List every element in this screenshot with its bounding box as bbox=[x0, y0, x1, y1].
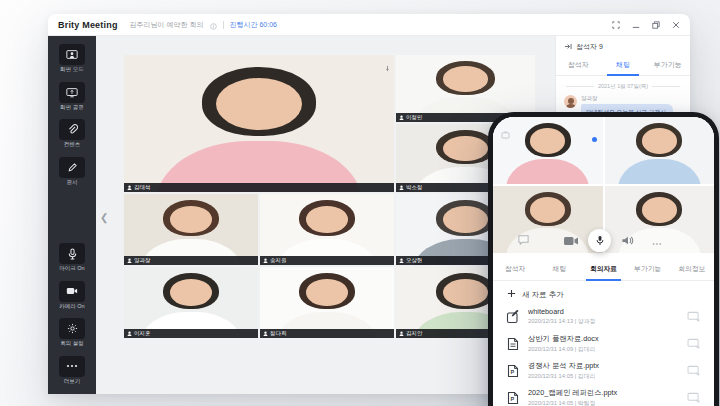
toolbar-item-mic[interactable]: 마이크 On bbox=[59, 243, 85, 272]
file-row[interactable]: P 2020_캠페인 레퍼런스.pptx 2020/12/31 14:05 | … bbox=[493, 384, 714, 406]
person-icon bbox=[399, 115, 404, 120]
file-row[interactable]: whiteboard 2020/12/31 14:13 | 양과장 bbox=[493, 303, 714, 330]
person-icon bbox=[263, 331, 268, 336]
participant-avatar bbox=[124, 194, 258, 265]
share-to-screen-icon[interactable] bbox=[687, 308, 701, 326]
tab-chat[interactable]: 채팅 bbox=[537, 257, 581, 280]
meeting-title: 김주리님이 예약한 회의 bbox=[130, 20, 204, 30]
participant-namebar: 송지원 bbox=[260, 256, 394, 265]
svg-text:P: P bbox=[511, 396, 515, 402]
toolbar-item-screen-share[interactable]: 화면 공유 bbox=[59, 82, 85, 111]
tab-meeting-materials[interactable]: 회의자료 bbox=[581, 257, 625, 280]
participant-name: 양과장 bbox=[134, 257, 151, 264]
file-meta: 2020/12/31 14:05 | 김대리 bbox=[528, 372, 679, 381]
toolbar-item-label: 회의 설정 bbox=[60, 341, 84, 347]
tab-meeting-info[interactable]: 회의정보 bbox=[670, 257, 714, 280]
share-to-screen-icon[interactable] bbox=[687, 389, 701, 406]
video-grid: 김태석 이정민 박소정 bbox=[124, 55, 535, 338]
attendee-count: 참석자 9 bbox=[576, 42, 603, 52]
chevron-left-icon[interactable]: ❮ bbox=[100, 212, 108, 223]
mic-icon[interactable] bbox=[588, 229, 611, 252]
toolbar-item-contents[interactable]: 컨텐츠 bbox=[59, 119, 85, 148]
gear-icon bbox=[59, 318, 85, 339]
toolbar-top-group: 화면 모드 화면 공유 컨텐츠 판서 bbox=[48, 44, 96, 185]
file-row[interactable]: 상반기 플랜자료.docx 2020/12/31 14:09 | 김대리 bbox=[493, 330, 714, 357]
participant-namebar: 정다희 bbox=[260, 329, 394, 338]
file-title: whiteboard bbox=[528, 307, 679, 316]
app-title: Brity Meeting bbox=[58, 20, 118, 30]
toolbar-item-label: 카메라 On bbox=[59, 304, 84, 310]
panel-header: 참석자 9 bbox=[556, 36, 690, 56]
screen-share-icon bbox=[59, 82, 85, 103]
chat-date-divider: 2021년 1월 07일(목) bbox=[566, 83, 680, 90]
camera-icon bbox=[59, 281, 85, 302]
toolbar-item-screen-mode[interactable]: 화면 모드 bbox=[59, 44, 85, 73]
participant-name: 박소정 bbox=[406, 184, 423, 191]
more-icon[interactable] bbox=[652, 232, 662, 250]
close-icon[interactable] bbox=[672, 21, 680, 29]
participant-name: 송지원 bbox=[270, 257, 287, 264]
person-icon bbox=[263, 258, 268, 263]
svg-text:P: P bbox=[511, 369, 515, 375]
collapse-panel-icon[interactable] bbox=[564, 43, 572, 51]
video-tile[interactable]: 정다희 bbox=[260, 267, 394, 338]
toolbar-item-settings[interactable]: 회의 설정 bbox=[59, 318, 85, 347]
video-tile[interactable]: 송지원 bbox=[260, 194, 394, 265]
participant-avatar bbox=[605, 117, 715, 184]
participant-avatar bbox=[260, 194, 394, 265]
video-tile[interactable] bbox=[493, 117, 603, 184]
toolbar-bottom-group: 마이크 On 카메라 On 회의 설정 더보기 bbox=[48, 243, 96, 384]
tab-chat[interactable]: 채팅 bbox=[601, 56, 646, 75]
participant-name: 김지안 bbox=[406, 330, 423, 337]
toolbar-item-annotate[interactable]: 판서 bbox=[59, 157, 85, 186]
participant-name: 이지훈 bbox=[134, 330, 151, 337]
chat-bubble-icon[interactable] bbox=[517, 232, 530, 250]
file-meta: 2020/12/31 14:13 | 양과장 bbox=[528, 317, 679, 326]
tab-participants[interactable]: 참석자 bbox=[493, 257, 537, 280]
person-icon bbox=[399, 185, 404, 190]
tab-addons[interactable]: 부가기능 bbox=[645, 56, 690, 75]
participant-name: 이정민 bbox=[406, 114, 423, 121]
paperclip-icon bbox=[59, 119, 85, 140]
file-meta: 2020/12/31 14:09 | 김대리 bbox=[528, 345, 679, 354]
person-icon bbox=[399, 331, 404, 336]
titlebar: Brity Meeting 김주리님이 예약한 회의 진행시간 60:06 bbox=[48, 14, 690, 36]
toolbar-item-label: 컨텐츠 bbox=[64, 142, 81, 148]
participant-namebar: 양과장 bbox=[124, 256, 258, 265]
add-material-label: 새 자료 추가 bbox=[522, 290, 564, 300]
participant-name: 정다희 bbox=[270, 330, 287, 337]
restore-icon[interactable] bbox=[652, 21, 660, 29]
fullscreen-icon[interactable] bbox=[612, 21, 620, 29]
page-indicator-dot bbox=[592, 137, 597, 142]
pin-icon[interactable] bbox=[384, 58, 391, 76]
file-row[interactable]: P 경쟁사 분석 자료.pptx 2020/12/31 14:05 | 김대리 bbox=[493, 357, 714, 384]
toolbar-item-camera[interactable]: 카메라 On bbox=[59, 281, 85, 310]
person-icon bbox=[127, 258, 132, 263]
participant-avatar bbox=[124, 267, 258, 338]
participant-name: 오상현 bbox=[406, 257, 423, 264]
toolbar-item-more[interactable]: 더보기 bbox=[59, 356, 85, 385]
more-icon bbox=[59, 356, 85, 377]
share-to-screen-icon[interactable] bbox=[687, 335, 701, 353]
speaker-icon[interactable] bbox=[621, 232, 634, 250]
file-title: 상반기 플랜자료.docx bbox=[528, 334, 679, 344]
person-icon bbox=[399, 258, 404, 263]
share-to-screen-icon[interactable] bbox=[687, 362, 701, 380]
ppt-file-icon: P bbox=[506, 364, 520, 378]
video-tile[interactable]: 양과장 bbox=[124, 194, 258, 265]
tab-addons[interactable]: 부가기능 bbox=[626, 257, 670, 280]
toolbar-item-label: 더보기 bbox=[64, 379, 81, 385]
video-tile[interactable]: 이지훈 bbox=[124, 267, 258, 338]
meeting-duration: 진행시간 60:06 bbox=[230, 20, 277, 30]
camera-icon[interactable] bbox=[564, 232, 578, 250]
desktop-background: Brity Meeting 김주리님이 예약한 회의 진행시간 60:06 bbox=[0, 0, 720, 406]
person-icon bbox=[127, 185, 132, 190]
plus-icon bbox=[507, 289, 516, 300]
video-tile[interactable] bbox=[605, 117, 715, 184]
video-tile-main[interactable]: 김태석 bbox=[124, 55, 394, 192]
minimize-icon[interactable] bbox=[632, 21, 640, 29]
whiteboard-icon bbox=[506, 310, 520, 324]
info-icon[interactable] bbox=[210, 16, 217, 34]
tab-participants[interactable]: 참석자 bbox=[556, 56, 601, 75]
file-title: 경쟁사 분석 자료.pptx bbox=[528, 361, 679, 371]
